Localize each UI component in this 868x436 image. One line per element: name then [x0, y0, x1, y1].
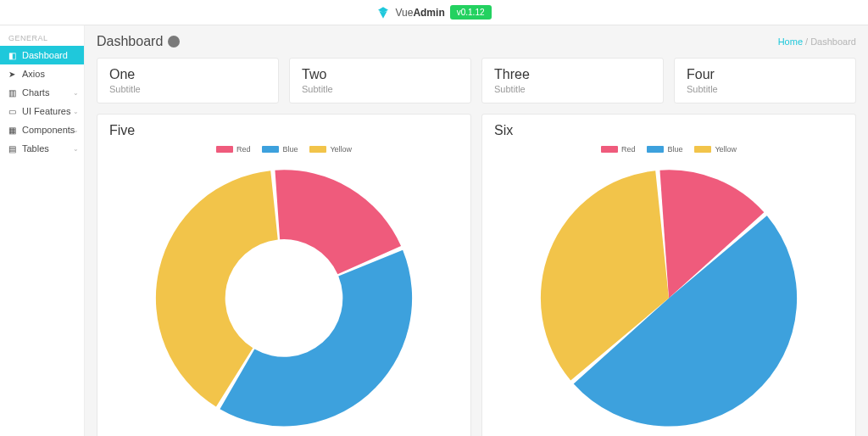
stat-card: Three Subtitle — [481, 58, 664, 103]
stat-card: One Subtitle — [97, 58, 279, 103]
chart-legend: Red Blue Yellow — [494, 145, 843, 154]
swatch-blue — [647, 146, 664, 153]
stat-card-title: Two — [302, 67, 459, 82]
bar-chart-icon: ▥ — [7, 88, 17, 98]
chart-card-five: Five Red Blue Yellow — [97, 114, 471, 436]
chart-card-six: Six Red Blue Yellow — [481, 114, 856, 436]
legend-item: Red — [601, 145, 636, 154]
sidebar-item-charts[interactable]: ▥ Charts ⌄ — [0, 83, 84, 102]
chart-area — [109, 159, 459, 430]
chevron-down-icon: ⌄ — [73, 89, 79, 97]
dashboard-icon: ◧ — [7, 51, 17, 60]
stat-card-subtitle: Subtitle — [302, 84, 459, 94]
donut-chart — [131, 159, 437, 430]
page-title: Dashboard — [97, 34, 163, 49]
stat-card: Four Subtitle — [674, 58, 856, 103]
chart-card-title: Six — [494, 123, 843, 138]
version-badge: v0.1.12 — [450, 5, 492, 20]
swatch-blue — [262, 146, 279, 153]
slice-blue — [220, 250, 412, 427]
chevron-down-icon: ⌄ — [73, 108, 79, 115]
sidebar-item-ui-features[interactable]: ▭ UI Features ⌄ — [0, 102, 84, 120]
sidebar-item-label: Charts — [22, 87, 49, 98]
breadcrumb: Home / Dashboard — [778, 36, 856, 47]
brand: VueAdmin — [395, 7, 444, 19]
page-header: Dashboard Home / Dashboard — [97, 34, 856, 49]
stat-card-title: One — [109, 67, 266, 82]
table-icon: ▤ — [7, 144, 17, 154]
sidebar-item-tables[interactable]: ▤ Tables ⌄ — [0, 139, 84, 158]
sidebar-item-label: Dashboard — [22, 50, 68, 60]
chevron-down-icon: ⌄ — [73, 145, 79, 153]
legend-item: Red — [216, 145, 251, 154]
arrow-icon: ➤ — [7, 70, 17, 79]
puzzle-icon: ▦ — [7, 126, 17, 135]
stat-card-subtitle: Subtitle — [109, 84, 266, 94]
stat-cards-row: One Subtitle Two Subtitle Three Subtitle… — [97, 58, 856, 103]
sidebar-item-axios[interactable]: ➤ Axios — [0, 64, 84, 83]
stat-card-subtitle: Subtitle — [494, 84, 651, 94]
main: Dashboard Home / Dashboard One Subtitle … — [85, 25, 868, 436]
stat-card-subtitle: Subtitle — [687, 84, 843, 94]
sidebar-item-dashboard[interactable]: ◧ Dashboard — [0, 46, 84, 64]
brand-suffix: Admin — [413, 7, 444, 19]
sidebar-section-label: GENERAL — [0, 31, 84, 46]
legend-item: Blue — [647, 145, 682, 154]
legend-item: Blue — [262, 145, 298, 154]
sidebar-item-label: Tables — [22, 143, 49, 154]
stat-card: Two Subtitle — [289, 58, 471, 103]
sidebar-item-label: Components — [22, 125, 75, 135]
sidebar-item-label: Axios — [22, 69, 45, 79]
laptop-icon: ▭ — [7, 107, 17, 116]
legend-item: Yellow — [309, 145, 352, 154]
swatch-yellow — [694, 146, 711, 153]
swatch-red — [601, 146, 618, 153]
github-icon[interactable] — [168, 36, 180, 48]
sidebar: GENERAL ◧ Dashboard ➤ Axios ▥ Charts ⌄ ▭… — [0, 25, 85, 436]
stat-card-title: Four — [687, 67, 843, 82]
breadcrumb-home-link[interactable]: Home — [778, 36, 803, 47]
charts-row: Five Red Blue Yellow Six Red Blue Yellow — [97, 114, 856, 436]
breadcrumb-sep: / — [803, 36, 810, 47]
chart-legend: Red Blue Yellow — [109, 145, 459, 154]
swatch-red — [216, 146, 233, 153]
chart-card-title: Five — [109, 123, 459, 138]
pie-chart — [516, 159, 821, 430]
stat-card-title: Three — [494, 67, 651, 82]
topbar: VueAdmin v0.1.12 — [0, 0, 868, 25]
brand-prefix: Vue — [395, 7, 413, 19]
sidebar-item-label: UI Features — [22, 106, 70, 116]
logo-icon — [376, 6, 390, 20]
breadcrumb-current: Dashboard — [810, 36, 856, 47]
legend-item: Yellow — [694, 145, 737, 154]
chart-area — [494, 159, 843, 430]
swatch-yellow — [309, 146, 326, 153]
sidebar-item-components[interactable]: ▦ Components ⌄ — [0, 120, 84, 139]
chevron-down-icon: ⌄ — [73, 126, 79, 134]
